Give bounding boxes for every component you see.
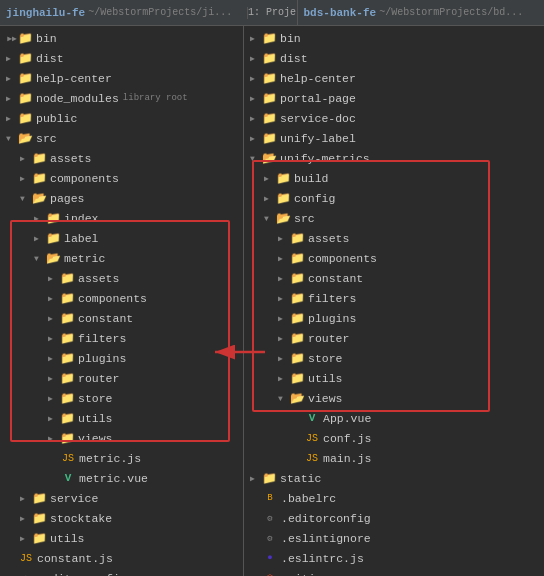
tree-item[interactable]: V App.vue <box>244 408 544 428</box>
tree-item[interactable]: ▶ 📁 config <box>244 188 544 208</box>
tree-item[interactable]: ▼ 📂 unify-metrics <box>244 148 544 168</box>
tree-item[interactable]: ▶ 📁 router <box>0 368 243 388</box>
item-label: .eslintrc.js <box>281 552 364 565</box>
tree-item[interactable]: ▶ 📁 portal-page <box>244 88 544 108</box>
arrow-icon: ▶ <box>48 394 60 403</box>
folder-icon: 📂 <box>290 391 305 406</box>
tree-item[interactable]: JS conf.js <box>244 428 544 448</box>
tree-item[interactable]: ▶ 📁 help-center <box>244 68 544 88</box>
config-file-icon: ⚙ <box>262 513 278 524</box>
header-bar: jinghailu-fe ~/WebstormProjects/ji... 1:… <box>0 0 544 26</box>
tree-item[interactable]: ▶ 📁 bin <box>0 28 243 48</box>
tree-item[interactable]: JS metric.js <box>0 448 243 468</box>
item-label: filters <box>308 292 356 305</box>
tree-item[interactable]: ▶ 📁 store <box>244 348 544 368</box>
folder-icon: 📁 <box>262 71 277 86</box>
tree-item[interactable]: ▼ 📂 src <box>244 208 544 228</box>
item-label: assets <box>78 272 119 285</box>
tree-item[interactable]: ▶ 📁 bin <box>244 28 544 48</box>
arrow-icon: ▶ <box>278 374 290 383</box>
tree-item[interactable]: ▶ 📁 static <box>244 468 544 488</box>
folder-icon: 📁 <box>262 471 277 486</box>
item-label: .eslintignore <box>281 532 371 545</box>
item-label: service-doc <box>280 112 356 125</box>
tree-item[interactable]: ▶ 📁 components <box>244 248 544 268</box>
item-label: unify-metrics <box>280 152 370 165</box>
item-label: .babelrc <box>281 492 336 505</box>
tree-item[interactable]: ▼ 📂 pages <box>0 188 243 208</box>
tree-item[interactable]: ▶ 📁 index <box>0 208 243 228</box>
item-label: assets <box>308 232 349 245</box>
item-label: utils <box>78 412 113 425</box>
tab-label[interactable]: 1: Proje <box>248 0 298 25</box>
tree-item[interactable]: ⚙ .eslintignore <box>244 528 544 548</box>
tree-item[interactable]: ▶ 📁 views <box>0 428 243 448</box>
library-root-badge: library root <box>123 93 188 103</box>
item-label: dist <box>280 52 308 65</box>
folder-icon: 📂 <box>46 251 61 266</box>
tree-item[interactable]: B .babelrc <box>244 488 544 508</box>
tree-item[interactable]: ▶ 📁 assets <box>0 148 243 168</box>
left-panel: ▶ 📁 bin ▶ 📁 dist ▶ 📁 help-center ▶ 📁 nod… <box>0 26 244 576</box>
tree-item[interactable]: ⚙ .editorconfig <box>0 568 243 576</box>
tree-item[interactable]: ▶ 📁 store <box>0 388 243 408</box>
folder-icon: 📁 <box>290 331 305 346</box>
right-project-name: bds-bank-fe <box>304 7 377 19</box>
tree-item[interactable]: JS constant.js <box>0 548 243 568</box>
tree-item[interactable]: ⚙ .editorconfig <box>244 508 544 528</box>
arrow-icon: ▶ <box>48 274 60 283</box>
tree-item[interactable]: ▶ 📁 build <box>244 168 544 188</box>
tree-item[interactable]: ▶ 📁 components <box>0 288 243 308</box>
tree-item[interactable]: ▶ 📁 dist <box>244 48 544 68</box>
item-label: store <box>78 392 113 405</box>
tree-item[interactable]: ▶ 📁 unify-label <box>244 128 544 148</box>
folder-icon: 📂 <box>276 211 291 226</box>
arrow-icon: ▶ <box>250 94 262 103</box>
tree-item[interactable]: ▶ 📁 constant <box>0 308 243 328</box>
item-label: src <box>294 212 315 225</box>
tree-item[interactable]: ▶ 📁 help-center <box>0 68 243 88</box>
js-file-icon: JS <box>60 453 76 464</box>
tree-item[interactable]: ▶ 📁 node_modules library root <box>0 88 243 108</box>
tree-item[interactable]: ▶ 📁 assets <box>244 228 544 248</box>
arrow-icon: ▶ <box>278 294 290 303</box>
folder-icon: 📁 <box>290 371 305 386</box>
tree-item[interactable]: ▶ 📁 utils <box>0 408 243 428</box>
item-label: metric.js <box>79 452 141 465</box>
arrow-icon: ▶ <box>34 214 46 223</box>
tree-item[interactable]: ● .eslintrc.js <box>244 548 544 568</box>
tree-item[interactable]: ▶ 📁 router <box>244 328 544 348</box>
tree-item[interactable]: ▶ 📁 stocktake <box>0 508 243 528</box>
arrow-icon: ▶ <box>48 314 60 323</box>
tree-item[interactable]: ▶ 📁 assets <box>0 268 243 288</box>
tree-item[interactable]: ▶ 📁 service-doc <box>244 108 544 128</box>
tree-item[interactable]: ▶ 📁 constant <box>244 268 544 288</box>
tree-item[interactable]: ⬡ .gitignore <box>244 568 544 576</box>
tree-item[interactable]: ▶ 📁 public <box>0 108 243 128</box>
item-label: config <box>294 192 335 205</box>
tree-item[interactable]: ▼ 📂 src <box>0 128 243 148</box>
item-label: help-center <box>36 72 112 85</box>
arrow-icon: ▶ <box>278 274 290 283</box>
tree-item[interactable]: ▶ 📁 utils <box>0 528 243 548</box>
tree-item[interactable]: ▶ 📁 plugins <box>244 308 544 328</box>
tree-item[interactable]: ▶ 📁 components <box>0 168 243 188</box>
item-label: store <box>308 352 343 365</box>
item-label: stocktake <box>50 512 112 525</box>
folder-icon: 📁 <box>276 191 291 206</box>
tree-item[interactable]: ▶ 📁 filters <box>244 288 544 308</box>
tree-item[interactable]: V metric.vue <box>0 468 243 488</box>
tree-item[interactable]: ▼ 📂 views <box>244 388 544 408</box>
item-label: bin <box>280 32 301 45</box>
tree-item[interactable]: JS main.js <box>244 448 544 468</box>
tree-item[interactable]: ▶ 📁 service <box>0 488 243 508</box>
item-label: App.vue <box>323 412 371 425</box>
tree-item[interactable]: ▼ 📂 metric <box>0 248 243 268</box>
folder-icon: 📁 <box>60 351 75 366</box>
tree-item[interactable]: ▶ 📁 dist <box>0 48 243 68</box>
tree-item[interactable]: ▶ 📁 label <box>0 228 243 248</box>
tree-item[interactable]: ▶ 📁 plugins <box>0 348 243 368</box>
tree-item[interactable]: ▶ 📁 utils <box>244 368 544 388</box>
tree-item[interactable]: ▶ 📁 filters <box>0 328 243 348</box>
arrow-icon: ▶ <box>6 74 18 83</box>
